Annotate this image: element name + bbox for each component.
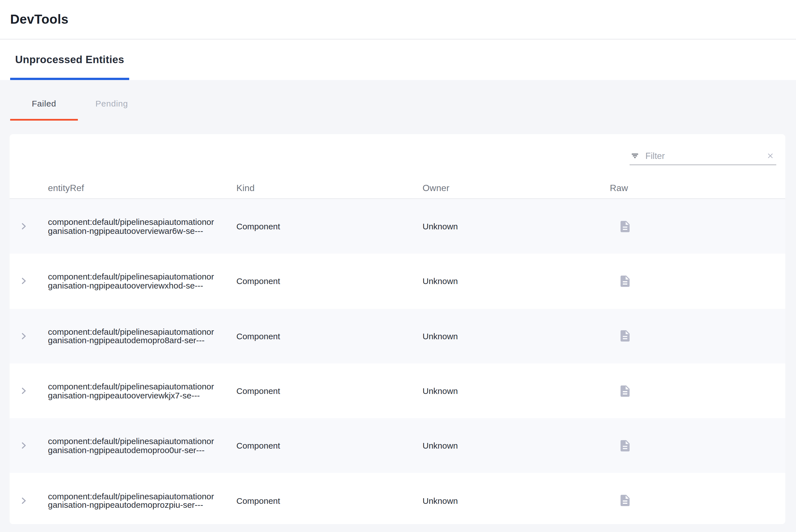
column-header-kind: Kind (236, 183, 422, 193)
filter-field (630, 147, 776, 165)
chevron-right-icon[interactable] (19, 277, 28, 286)
table-row: component:default/pipelinesapiautomation… (10, 363, 785, 418)
page: DevTools Unprocessed Entities Failed Pen… (0, 0, 796, 532)
column-header-entityref: entityRef (48, 183, 236, 193)
tab-label: Pending (95, 93, 128, 108)
clear-filter-button[interactable] (767, 152, 774, 159)
tab-label: Failed (32, 93, 56, 108)
table-toolbar (10, 134, 785, 169)
entityref-value: component:default/pipelinesapiautomation… (48, 382, 214, 400)
table-row: component:default/pipelinesapiautomation… (10, 418, 785, 473)
table-row: component:default/pipelinesapiautomation… (10, 199, 785, 254)
document-icon[interactable] (618, 274, 632, 288)
kind-value: Component (236, 331, 280, 341)
document-icon[interactable] (618, 329, 632, 343)
owner-value: Unknown (422, 222, 458, 231)
document-icon[interactable] (618, 384, 632, 398)
entityref-value: component:default/pipelinesapiautomation… (48, 217, 214, 235)
document-icon[interactable] (618, 494, 632, 507)
app-header: DevTools (0, 0, 796, 39)
filter-input[interactable] (644, 150, 762, 162)
table-row: component:default/pipelinesapiautomation… (10, 473, 785, 524)
document-icon[interactable] (618, 439, 632, 453)
owner-value: Unknown (422, 386, 458, 396)
status-tab-bar: Failed Pending (0, 80, 796, 120)
chevron-right-icon[interactable] (19, 386, 28, 396)
active-tab-indicator (10, 78, 129, 80)
entityref-value: component:default/pipelinesapiautomation… (48, 327, 214, 345)
column-header-raw: Raw (610, 183, 785, 193)
owner-value: Unknown (422, 496, 458, 505)
entityref-value: component:default/pipelinesapiautomation… (48, 272, 214, 290)
primary-tab-bar: Unprocessed Entities (0, 39, 796, 80)
tab-pending[interactable]: Pending (78, 80, 146, 120)
owner-value: Unknown (422, 277, 458, 286)
chevron-right-icon[interactable] (19, 331, 28, 341)
page-title: DevTools (10, 12, 69, 27)
table-row: component:default/pipelinesapiautomation… (10, 308, 785, 363)
chevron-right-icon[interactable] (19, 496, 28, 505)
kind-value: Component (236, 277, 280, 286)
active-tab-indicator (10, 119, 78, 120)
kind-value: Component (236, 386, 280, 396)
document-icon[interactable] (618, 220, 632, 233)
kind-value: Component (236, 441, 280, 451)
table-row: component:default/pipelinesapiautomation… (10, 254, 785, 309)
kind-value: Component (236, 222, 280, 231)
owner-value: Unknown (422, 331, 458, 341)
chevron-right-icon[interactable] (19, 441, 28, 451)
tab-failed[interactable]: Failed (10, 80, 78, 120)
entityref-value: component:default/pipelinesapiautomation… (48, 437, 214, 455)
owner-value: Unknown (422, 441, 458, 451)
kind-value: Component (236, 496, 280, 505)
tab-label: Unprocessed Entities (15, 54, 124, 66)
tab-unprocessed-entities[interactable]: Unprocessed Entities (10, 39, 129, 80)
entityref-value: component:default/pipelinesapiautomation… (48, 492, 214, 509)
content-area: Failed Pending (0, 80, 796, 524)
column-header-owner: Owner (422, 183, 610, 193)
failed-entities-card: entityRef Kind Owner Raw component:defau… (10, 134, 785, 524)
table-header-row: entityRef Kind Owner Raw (10, 169, 785, 199)
filter-list-icon (631, 152, 639, 160)
chevron-right-icon[interactable] (19, 222, 28, 231)
